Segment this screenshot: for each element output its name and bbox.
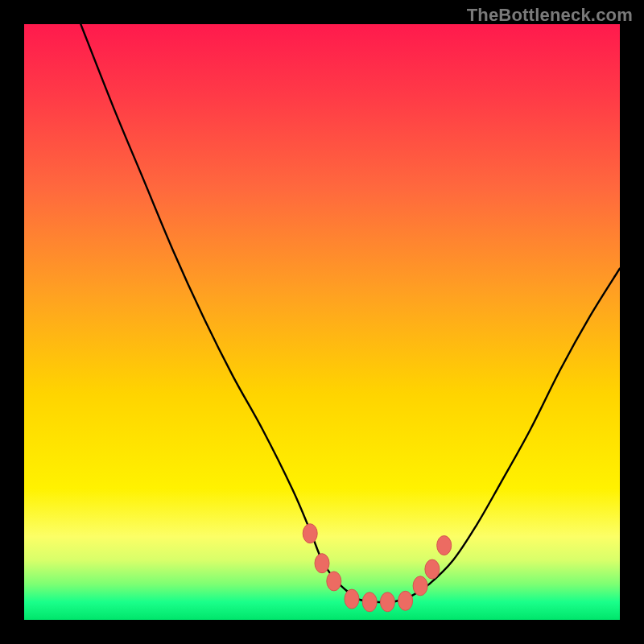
chart-plot-area [24,24,620,620]
curve-marker [425,559,440,579]
curve-marker [398,591,413,610]
curve-marker [315,554,329,573]
curve-marker [380,592,394,612]
curve-left-branch [80,24,394,602]
curve-markers-group [303,524,452,612]
curve-marker [362,592,377,612]
curve-marker [303,524,317,543]
watermark-text: TheBottleneck.com [467,5,633,26]
bottleneck-curve-svg [24,24,620,620]
curve-marker [413,576,427,596]
curve-marker [437,536,452,555]
curve-right-branch [394,268,620,601]
curve-marker [327,572,341,591]
curve-marker [345,589,359,609]
